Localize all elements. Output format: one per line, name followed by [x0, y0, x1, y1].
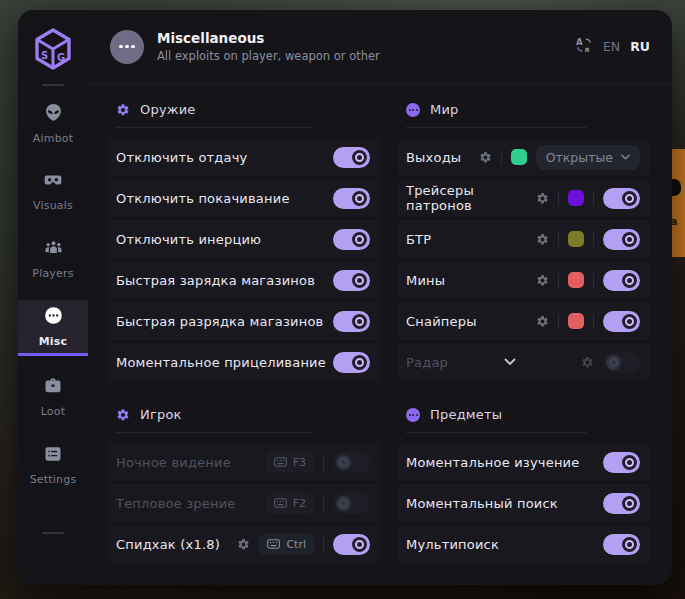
- row-fast-unload: Быстрая разрядка магазинов: [108, 302, 380, 340]
- svg-text:A: A: [576, 36, 583, 46]
- row-btr: БТР: [398, 220, 650, 258]
- toggle[interactable]: [603, 452, 640, 473]
- divider: [558, 191, 559, 206]
- toggle[interactable]: [333, 452, 370, 473]
- row-instant-search: Моментальный поиск: [398, 484, 650, 522]
- row-disable-sway: Отключить покачивание: [108, 179, 380, 217]
- row-radar: Радар: [398, 343, 650, 381]
- chevron-down-icon: [621, 154, 630, 160]
- toggle[interactable]: [603, 311, 640, 332]
- divider: [323, 537, 324, 552]
- dots-circle-icon: [406, 408, 420, 422]
- toggle[interactable]: [333, 270, 370, 291]
- ellipsis-circle-icon: [110, 30, 144, 64]
- section-divider: [116, 432, 312, 433]
- section-header-weapon: Оружие: [108, 90, 380, 127]
- alien-icon: [43, 102, 64, 127]
- sidebar-item-label: Players: [32, 267, 73, 280]
- right-column: Мир Выходы Открытые: [398, 90, 650, 566]
- gear-icon: [116, 103, 130, 117]
- gear-icon[interactable]: [479, 151, 492, 164]
- left-column: Оружие Отключить отдачу Отключить покачи…: [108, 90, 380, 566]
- divider: [593, 314, 594, 329]
- hotkey-badge[interactable]: F2: [266, 493, 314, 514]
- sidebar-item-label: Misc: [39, 335, 68, 348]
- sidebar-item-label: Loot: [41, 405, 66, 418]
- svg-text:S: S: [41, 50, 48, 61]
- translate-icon: A я: [575, 36, 593, 58]
- color-swatch[interactable]: [568, 231, 584, 247]
- keyboard-icon: [267, 539, 280, 549]
- toggle[interactable]: [603, 493, 640, 514]
- sidebar-item-label: Aimbot: [33, 132, 74, 145]
- section-divider: [406, 127, 587, 128]
- divider: [558, 273, 559, 288]
- divider: [558, 232, 559, 247]
- hotkey-badge[interactable]: Ctrl: [259, 534, 314, 555]
- sidebar-item-loot[interactable]: Loot: [18, 370, 88, 424]
- hotkey-badge[interactable]: F3: [266, 452, 314, 473]
- toggle[interactable]: [603, 229, 640, 250]
- divider: [593, 191, 594, 206]
- keyboard-icon: [274, 498, 287, 508]
- row-instant-ads: Моментальное прицеливание: [108, 343, 380, 381]
- toggle[interactable]: [333, 229, 370, 250]
- gear-icon[interactable]: [581, 356, 594, 369]
- row-multisearch: Мультипоиск: [398, 525, 650, 563]
- row-instant-examine: Моментальное изучение: [398, 443, 650, 481]
- sidebar-item-label: Visuals: [33, 199, 73, 212]
- section-divider: [406, 432, 587, 433]
- svg-text:я: я: [584, 45, 589, 54]
- row-mines: Мины: [398, 261, 650, 299]
- sidebar-item-settings[interactable]: Settings: [18, 438, 88, 492]
- toggle[interactable]: [333, 311, 370, 332]
- sidebar-item-misc[interactable]: Misc: [18, 300, 88, 356]
- color-swatch[interactable]: [568, 272, 584, 288]
- gear-icon[interactable]: [536, 233, 549, 246]
- lang-ru-button[interactable]: RU: [630, 39, 650, 54]
- sidebar: S G Aimbot: [18, 10, 88, 585]
- language-switcher: A я EN RU: [575, 36, 650, 58]
- row-disable-recoil: Отключить отдачу: [108, 138, 380, 176]
- toggle[interactable]: [603, 270, 640, 291]
- row-speedhack: Спидхак (x1.8) Ctrl: [108, 525, 380, 563]
- players-icon: [43, 238, 64, 262]
- exits-dropdown[interactable]: Открытые: [536, 145, 640, 170]
- toggle[interactable]: [603, 188, 640, 209]
- lang-en-button[interactable]: EN: [603, 39, 620, 54]
- section-title: Мир: [430, 102, 459, 117]
- section-header-items: Предметы: [398, 395, 650, 432]
- gear-icon[interactable]: [536, 192, 549, 205]
- color-swatch[interactable]: [568, 190, 584, 206]
- gear-icon[interactable]: [237, 538, 250, 551]
- section-title: Оружие: [140, 102, 196, 117]
- toggle[interactable]: [333, 188, 370, 209]
- row-exits: Выходы Открытые: [398, 138, 650, 176]
- briefcase-icon: [43, 376, 63, 400]
- row-disable-inertia: Отключить инерцию: [108, 220, 380, 258]
- gear-icon[interactable]: [536, 274, 549, 287]
- toggle[interactable]: [603, 534, 640, 555]
- gear-icon: [116, 408, 130, 422]
- page-title: Miscellaneous: [157, 30, 380, 46]
- divider: [558, 314, 559, 329]
- color-swatch[interactable]: [568, 313, 584, 329]
- section-title: Предметы: [430, 407, 502, 422]
- toggle[interactable]: [603, 352, 640, 373]
- toggle[interactable]: [333, 534, 370, 555]
- divider: [593, 273, 594, 288]
- color-swatch[interactable]: [511, 149, 527, 165]
- row-thermal-vision: Тепловое зрение F2: [108, 484, 380, 522]
- sidebar-item-visuals[interactable]: Visuals: [18, 164, 88, 218]
- toggle[interactable]: [333, 147, 370, 168]
- sidebar-item-players[interactable]: Players: [18, 232, 88, 286]
- gear-icon[interactable]: [536, 315, 549, 328]
- sidebar-item-aimbot[interactable]: Aimbot: [18, 96, 88, 150]
- dots-circle-icon: [406, 103, 420, 117]
- toggle[interactable]: [333, 493, 370, 514]
- toggle[interactable]: [333, 352, 370, 373]
- main-panel: Miscellaneous All exploits on player, we…: [88, 10, 672, 585]
- divider: [323, 455, 324, 470]
- cheat-menu-window: S G Aimbot: [18, 10, 672, 585]
- expand-chevron-icon[interactable]: [504, 358, 516, 366]
